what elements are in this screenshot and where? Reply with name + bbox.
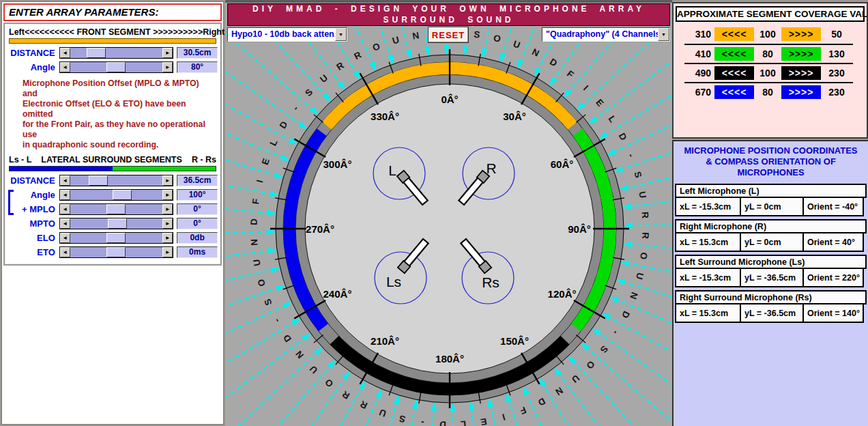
chevron-down-icon[interactable]: ▼	[335, 28, 347, 41]
angle-scrollbar[interactable]: ◄►	[59, 61, 173, 73]
scroll-right-button[interactable]: ►	[162, 190, 173, 200]
coverage-to: 130	[821, 48, 852, 59]
soundfield-arrow	[301, 388, 361, 426]
distance-scrollbar[interactable]: ◄►	[59, 47, 173, 59]
scroll-right-button[interactable]: ►	[162, 204, 173, 214]
coverage-to: 230	[821, 87, 852, 98]
degree-label: 30Â°	[503, 111, 526, 122]
ring-text-char: S	[262, 298, 274, 307]
arrowhead-icon	[618, 184, 628, 190]
eto-track[interactable]	[70, 247, 162, 257]
ring-text-char: R	[352, 50, 363, 62]
ring-text-char: -	[420, 417, 425, 426]
scroll-right-button[interactable]: ►	[162, 247, 173, 257]
arrowhead-icon	[463, 46, 469, 56]
mic-cell: yL = 0cm	[740, 232, 804, 252]
distance-thumb[interactable]	[89, 175, 108, 186]
mplo-label: + MPLO	[8, 204, 59, 214]
angle-scrollbar[interactable]: ◄►	[59, 189, 173, 201]
channels-dropdown-value: "Quadraphony" (4 Channels	[542, 28, 658, 41]
scroll-right-button[interactable]: ►	[162, 175, 173, 186]
arrowhead-icon	[274, 172, 284, 178]
scroll-left-button[interactable]: ◄	[60, 175, 70, 186]
elo-thumb[interactable]	[106, 233, 126, 243]
mpto-thumb[interactable]	[108, 218, 127, 229]
scroll-left-button[interactable]: ◄	[60, 218, 70, 229]
arrowhead-icon	[607, 149, 617, 156]
chevron-down-icon[interactable]: ▼	[658, 28, 669, 41]
ring-text-char: R	[358, 399, 369, 411]
mic-section: Left Microphone (L)xL = -15.3cmyL = 0cmO…	[675, 184, 867, 216]
scroll-left-button[interactable]: ◄	[60, 190, 70, 200]
surround-dial: SOUNDFIELD-SURROUND-SOUNDFIELD-SURROUND-…	[225, 22, 672, 426]
scroll-right-button[interactable]: ►	[162, 233, 173, 243]
angle-thumb[interactable]	[113, 190, 132, 200]
parameters-panel-title: ENTER ARRAY PARAMETERS:	[3, 3, 222, 21]
arrowhead-icon	[523, 386, 530, 396]
arrowhead-icon	[482, 48, 488, 59]
preset-dropdown[interactable]: Hypo10 - 10db back atten. ▼	[227, 27, 347, 42]
coverage-left-arrows: <<<<	[714, 66, 754, 80]
mic-cell: yL = -36.5cm	[740, 268, 804, 287]
angle-track[interactable]	[70, 62, 162, 72]
coverage-to: 50	[821, 29, 852, 40]
ring-text-char: O	[493, 33, 502, 44]
soundfield-arrow	[575, 363, 659, 426]
channels-dropdown[interactable]: "Quadraphony" (4 Channels ▼	[542, 27, 670, 42]
eto-thumb[interactable]	[106, 247, 126, 257]
mpto-scrollbar[interactable]: ◄►	[59, 218, 173, 229]
mplo-track[interactable]	[70, 204, 162, 214]
mplo-thumb[interactable]	[106, 204, 126, 214]
scroll-left-button[interactable]: ◄	[60, 204, 70, 214]
reset-button[interactable]: RESET	[428, 27, 469, 43]
arrowhead-icon	[270, 190, 280, 197]
ring-text-char: U	[512, 39, 521, 51]
distance-track[interactable]	[70, 175, 162, 186]
angle-label: Angle	[8, 190, 59, 200]
coordinates-table: Left Microphone (L)xL = -15.3cmyL = 0cmO…	[675, 184, 867, 323]
ring-text-char: U	[378, 407, 388, 418]
elo-track[interactable]	[70, 233, 162, 243]
ring-text-char: N	[249, 239, 260, 246]
distance-thumb[interactable]	[87, 48, 106, 58]
mpto-track[interactable]	[70, 218, 162, 229]
arrowhead-icon	[609, 296, 620, 303]
scroll-right-button[interactable]: ►	[162, 62, 173, 72]
ring-text-char: F	[519, 405, 527, 416]
app-window: ENTER ARRAY PARAMETERS: Left <<<<<<<<<< …	[0, 0, 868, 426]
ring-text-char: N	[293, 349, 306, 360]
angle-track[interactable]	[70, 190, 162, 200]
scroll-left-button[interactable]: ◄	[60, 62, 70, 72]
angle-thumb[interactable]	[106, 62, 126, 72]
arrowhead-icon	[620, 261, 630, 267]
ring-text-char: D	[439, 419, 447, 426]
distance-track[interactable]	[70, 48, 162, 58]
ring-text-char: S	[632, 170, 643, 179]
distance-slider-row: DISTANCE◄►36.5cm	[8, 174, 218, 187]
elo-value: 0db	[177, 232, 218, 244]
ring-text-char: N	[628, 291, 639, 300]
mic-section: Left Surround Microphone (Ls)xL = -15.3c…	[675, 255, 867, 287]
mpto-label: MPTO	[8, 218, 59, 229]
coverage-from: 670	[684, 87, 714, 98]
scroll-right-button[interactable]: ►	[162, 48, 173, 58]
mplo-scrollbar[interactable]: ◄►	[59, 203, 173, 215]
parameters-panel: ENTER ARRAY PARAMETERS: Left <<<<<<<<<< …	[1, 1, 224, 425]
elo-scrollbar[interactable]: ◄►	[59, 232, 173, 244]
arrowhead-icon	[276, 285, 286, 292]
arrowhead-icon	[613, 166, 624, 172]
scroll-right-button[interactable]: ►	[162, 218, 173, 229]
scroll-left-button[interactable]: ◄	[60, 48, 70, 58]
coverage-to: 230	[821, 68, 852, 79]
distance-scrollbar[interactable]: ◄►	[59, 175, 173, 186]
arrowhead-icon	[500, 53, 506, 63]
scroll-left-button[interactable]: ◄	[60, 233, 70, 243]
eto-scrollbar[interactable]: ◄►	[59, 246, 173, 258]
angle-mplo-bracket	[8, 190, 14, 215]
scroll-left-button[interactable]: ◄	[60, 247, 70, 257]
ring-text-char: F	[250, 198, 261, 205]
app-title-line1: DIY MMAD - DESIGN YOUR OWN MICROPHONE AR…	[228, 4, 669, 15]
soundfield-arrow	[225, 288, 277, 328]
ring-text-char: N	[553, 385, 564, 397]
arrowhead-icon	[343, 371, 351, 380]
